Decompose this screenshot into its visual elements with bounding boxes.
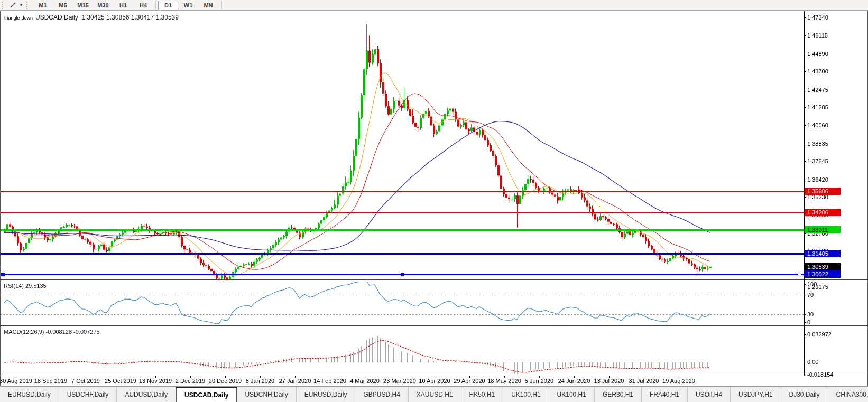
tab-eurusd-daily-0[interactable]: EURUSD,Daily	[0, 387, 59, 402]
timeframe-button-m5[interactable]: M5	[53, 1, 73, 10]
timeframe-button-w1[interactable]: W1	[178, 1, 198, 10]
tab-dj30-daily-15[interactable]: DJ30,Daily	[781, 387, 828, 402]
symbol-tab-bar: EURUSD,DailyUSDCHF,DailyAUDUSD,DailyUSDC…	[0, 386, 868, 402]
toolbar-separator	[221, 1, 222, 10]
toolbar-grip-2	[26, 2, 30, 9]
timeframe-button-m15[interactable]: M15	[73, 1, 93, 10]
tab-hk50-h1-8[interactable]: HK50,H1	[461, 387, 504, 402]
tab-xauusd-h1-7[interactable]: XAUUSD,H1	[409, 387, 461, 402]
tab-uk100-h1-9[interactable]: UK100,H1	[503, 387, 549, 402]
terminal-window: ▼ M1M5M15M30H1H4D1W1MN triangle-downUSDC…	[0, 0, 868, 402]
tab-usdchf-daily-1[interactable]: USDCHF,Daily	[59, 387, 117, 402]
line-study-cursor-icon[interactable]	[8, 1, 17, 10]
timeframe-button-d1[interactable]: D1	[158, 1, 178, 10]
toolbar-separator	[155, 1, 156, 10]
timeframe-button-m30[interactable]: M30	[93, 1, 113, 10]
tab-usdcad-daily-3[interactable]: USDCAD,Daily	[176, 387, 237, 402]
tab-china300-h1-16[interactable]: CHINA300,H1	[828, 387, 868, 402]
tab-audusd-daily-2[interactable]: AUDUSD,Daily	[117, 387, 176, 402]
tab-usoil-h4-13[interactable]: USOil,H4	[688, 387, 731, 402]
tab-ger30-h1-11[interactable]: GER30,H1	[595, 387, 642, 402]
tab-eurusd-daily-5[interactable]: EURUSD,Daily	[297, 387, 356, 402]
tab-usdjpy-h1-14[interactable]: USDJPY,H1	[731, 387, 781, 402]
timeframe-button-m1[interactable]: M1	[33, 1, 53, 10]
timeframe-toolbar: ▼ M1M5M15M30H1H4D1W1MN	[0, 0, 868, 11]
timeframe-button-mn[interactable]: MN	[198, 1, 218, 10]
tab-gbpusd-h4-6[interactable]: GBPUSD,H4	[355, 387, 408, 402]
timeframe-button-h4[interactable]: H4	[133, 1, 153, 10]
chart-canvas[interactable]	[0, 11, 868, 386]
timeframe-buttons: M1M5M15M30H1H4D1W1MN	[33, 1, 218, 10]
chart-window: triangle-downUSDCAD,Daily 1.30425 1.3085…	[0, 11, 868, 386]
timeframe-button-h1[interactable]: H1	[113, 1, 133, 10]
tab-uk100-h1-10[interactable]: UK100,H1	[549, 387, 595, 402]
toolbar-grip[interactable]	[2, 2, 5, 9]
tab-fra40-h1-12[interactable]: FRA40,H1	[642, 387, 688, 402]
tab-usdcnh-daily-4[interactable]: USDCNH,Daily	[237, 387, 296, 402]
chevron-down-icon[interactable]: ▼	[19, 3, 24, 7]
